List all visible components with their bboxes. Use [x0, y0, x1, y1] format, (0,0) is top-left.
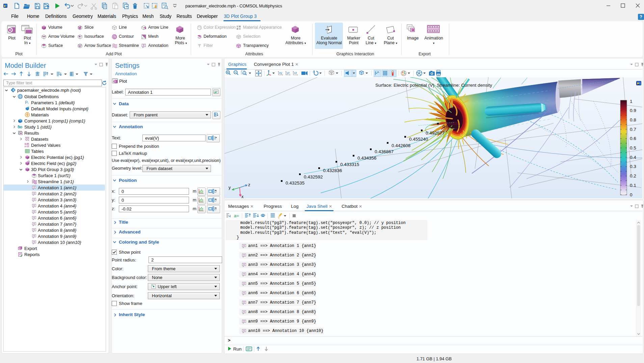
- svg-text:z: z: [248, 182, 250, 187]
- svg-text:0.8: 0.8: [630, 117, 636, 122]
- svg-text:i: i: [28, 102, 28, 105]
- svg-text:e-12: e-12: [25, 145, 29, 147]
- svg-text:yz: yz: [287, 71, 290, 75]
- svg-text:P: P: [25, 100, 28, 105]
- svg-text:0.2: 0.2: [630, 173, 636, 178]
- svg-text:0.4: 0.4: [630, 155, 636, 160]
- svg-text:8.85: 8.85: [25, 143, 29, 145]
- svg-text:x: x: [241, 194, 244, 199]
- svg-text:y: y: [229, 185, 231, 190]
- svg-text:0.5: 0.5: [630, 145, 636, 150]
- svg-text:0.7: 0.7: [630, 127, 636, 132]
- svg-text:0.9: 0.9: [630, 108, 636, 113]
- svg-text:0.1: 0.1: [630, 183, 636, 188]
- svg-text:Run: Run: [233, 346, 242, 352]
- svg-text:0.6: 0.6: [630, 136, 636, 141]
- svg-text:a=: a=: [234, 213, 239, 218]
- svg-text:1: 1: [630, 99, 633, 104]
- svg-text:0: 0: [630, 192, 633, 197]
- svg-text:xy: xy: [279, 71, 283, 75]
- svg-text:0.3: 0.3: [630, 164, 636, 169]
- svg-text:xz: xz: [294, 71, 297, 75]
